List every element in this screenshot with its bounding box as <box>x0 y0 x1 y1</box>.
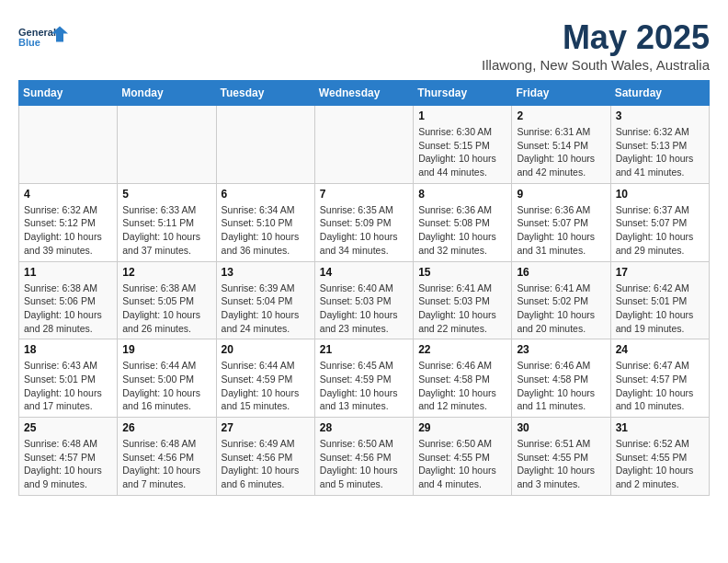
day-info: Sunrise: 6:50 AMSunset: 4:55 PMDaylight:… <box>418 437 506 491</box>
calendar-cell: 16Sunrise: 6:41 AMSunset: 5:02 PMDayligh… <box>512 261 610 339</box>
day-info: Sunrise: 6:52 AMSunset: 4:55 PMDaylight:… <box>616 437 704 491</box>
calendar-cell: 9Sunrise: 6:36 AMSunset: 5:07 PMDaylight… <box>512 183 610 261</box>
day-info: Sunrise: 6:37 AMSunset: 5:07 PMDaylight:… <box>616 203 704 258</box>
day-number: 19 <box>122 343 210 356</box>
day-number: 12 <box>122 266 210 279</box>
day-number: 8 <box>418 188 506 201</box>
day-info: Sunrise: 6:32 AMSunset: 5:12 PMDaylight:… <box>24 203 112 258</box>
day-info: Sunrise: 6:47 AMSunset: 4:57 PMDaylight:… <box>616 359 704 413</box>
day-info: Sunrise: 6:46 AMSunset: 4:58 PMDaylight:… <box>418 359 506 413</box>
day-header-friday: Friday <box>512 81 610 106</box>
day-info: Sunrise: 6:48 AMSunset: 4:57 PMDaylight:… <box>24 437 112 491</box>
calendar-cell: 17Sunrise: 6:42 AMSunset: 5:01 PMDayligh… <box>610 261 709 339</box>
calendar-week-row: 18Sunrise: 6:43 AMSunset: 5:01 PMDayligh… <box>19 339 710 418</box>
calendar-cell: 22Sunrise: 6:46 AMSunset: 4:58 PMDayligh… <box>414 339 512 418</box>
day-number: 29 <box>418 421 506 434</box>
day-header-saturday: Saturday <box>610 81 709 106</box>
calendar-cell: 8Sunrise: 6:36 AMSunset: 5:08 PMDaylight… <box>414 183 512 261</box>
logo-svg: General Blue <box>18 18 69 55</box>
calendar-cell: 28Sunrise: 6:50 AMSunset: 4:56 PMDayligh… <box>314 418 413 496</box>
calendar-cell: 26Sunrise: 6:48 AMSunset: 4:56 PMDayligh… <box>118 418 216 496</box>
day-info: Sunrise: 6:38 AMSunset: 5:05 PMDaylight:… <box>122 282 210 336</box>
header: General Blue May 2025 Illawong, New Sout… <box>18 18 710 73</box>
day-header-sunday: Sunday <box>19 81 118 106</box>
calendar-cell: 14Sunrise: 6:40 AMSunset: 5:03 PMDayligh… <box>314 261 413 339</box>
calendar-cell: 19Sunrise: 6:44 AMSunset: 5:00 PMDayligh… <box>118 339 216 418</box>
calendar-cell: 7Sunrise: 6:35 AMSunset: 5:09 PMDaylight… <box>314 183 413 261</box>
day-header-monday: Monday <box>118 81 216 106</box>
day-number: 10 <box>616 188 704 201</box>
day-header-tuesday: Tuesday <box>216 81 314 106</box>
calendar-cell: 29Sunrise: 6:50 AMSunset: 4:55 PMDayligh… <box>414 418 512 496</box>
day-info: Sunrise: 6:36 AMSunset: 5:07 PMDaylight:… <box>517 203 605 258</box>
day-info: Sunrise: 6:45 AMSunset: 4:59 PMDaylight:… <box>320 359 408 413</box>
calendar-week-row: 11Sunrise: 6:38 AMSunset: 5:06 PMDayligh… <box>19 261 710 339</box>
calendar-cell: 25Sunrise: 6:48 AMSunset: 4:57 PMDayligh… <box>19 418 118 496</box>
calendar-cell: 4Sunrise: 6:32 AMSunset: 5:12 PMDaylight… <box>19 183 118 261</box>
day-number: 6 <box>222 188 310 201</box>
day-info: Sunrise: 6:43 AMSunset: 5:01 PMDaylight:… <box>24 359 112 413</box>
title-area: May 2025 Illawong, New South Wales, Aust… <box>482 18 710 73</box>
day-number: 28 <box>320 421 408 434</box>
calendar-header-row: SundayMondayTuesdayWednesdayThursdayFrid… <box>19 81 710 106</box>
day-number: 25 <box>24 421 112 434</box>
day-info: Sunrise: 6:50 AMSunset: 4:56 PMDaylight:… <box>320 437 408 491</box>
day-info: Sunrise: 6:51 AMSunset: 4:55 PMDaylight:… <box>517 437 605 491</box>
day-info: Sunrise: 6:40 AMSunset: 5:03 PMDaylight:… <box>320 282 408 336</box>
calendar-cell: 27Sunrise: 6:49 AMSunset: 4:56 PMDayligh… <box>216 418 314 496</box>
calendar-cell: 3Sunrise: 6:32 AMSunset: 5:13 PMDaylight… <box>610 106 709 184</box>
day-number: 16 <box>517 266 605 279</box>
calendar-cell: 15Sunrise: 6:41 AMSunset: 5:03 PMDayligh… <box>414 261 512 339</box>
day-info: Sunrise: 6:44 AMSunset: 4:59 PMDaylight:… <box>222 359 310 413</box>
day-number: 17 <box>616 266 704 279</box>
calendar-cell: 6Sunrise: 6:34 AMSunset: 5:10 PMDaylight… <box>216 183 314 261</box>
day-info: Sunrise: 6:49 AMSunset: 4:56 PMDaylight:… <box>222 437 310 491</box>
location-subtitle: Illawong, New South Wales, Australia <box>482 57 710 73</box>
logo: General Blue <box>18 18 69 55</box>
day-number: 24 <box>616 343 704 356</box>
svg-text:Blue: Blue <box>18 37 40 48</box>
day-number: 15 <box>418 266 506 279</box>
calendar-week-row: 1Sunrise: 6:30 AMSunset: 5:15 PMDaylight… <box>19 106 710 184</box>
day-number: 11 <box>24 266 112 279</box>
calendar-cell: 5Sunrise: 6:33 AMSunset: 5:11 PMDaylight… <box>118 183 216 261</box>
calendar-cell: 31Sunrise: 6:52 AMSunset: 4:55 PMDayligh… <box>610 418 709 496</box>
calendar-cell: 12Sunrise: 6:38 AMSunset: 5:05 PMDayligh… <box>118 261 216 339</box>
day-header-thursday: Thursday <box>414 81 512 106</box>
day-info: Sunrise: 6:30 AMSunset: 5:15 PMDaylight:… <box>418 125 506 179</box>
day-info: Sunrise: 6:34 AMSunset: 5:10 PMDaylight:… <box>222 203 310 258</box>
day-info: Sunrise: 6:48 AMSunset: 4:56 PMDaylight:… <box>122 437 210 491</box>
calendar-cell: 30Sunrise: 6:51 AMSunset: 4:55 PMDayligh… <box>512 418 610 496</box>
day-number: 30 <box>517 421 605 434</box>
day-number: 23 <box>517 343 605 356</box>
calendar-cell: 18Sunrise: 6:43 AMSunset: 5:01 PMDayligh… <box>19 339 118 418</box>
day-info: Sunrise: 6:31 AMSunset: 5:14 PMDaylight:… <box>517 125 605 179</box>
day-info: Sunrise: 6:33 AMSunset: 5:11 PMDaylight:… <box>122 203 210 258</box>
day-number: 26 <box>122 421 210 434</box>
calendar-week-row: 4Sunrise: 6:32 AMSunset: 5:12 PMDaylight… <box>19 183 710 261</box>
calendar-cell: 21Sunrise: 6:45 AMSunset: 4:59 PMDayligh… <box>314 339 413 418</box>
calendar-cell <box>19 106 118 184</box>
calendar-week-row: 25Sunrise: 6:48 AMSunset: 4:57 PMDayligh… <box>19 418 710 496</box>
day-number: 31 <box>616 421 704 434</box>
calendar-cell: 23Sunrise: 6:46 AMSunset: 4:58 PMDayligh… <box>512 339 610 418</box>
calendar-cell: 2Sunrise: 6:31 AMSunset: 5:14 PMDaylight… <box>512 106 610 184</box>
day-number: 3 <box>616 109 704 122</box>
calendar-cell: 24Sunrise: 6:47 AMSunset: 4:57 PMDayligh… <box>610 339 709 418</box>
day-number: 4 <box>24 188 112 201</box>
day-number: 21 <box>320 343 408 356</box>
month-title: May 2025 <box>482 18 710 57</box>
calendar-cell <box>118 106 216 184</box>
day-info: Sunrise: 6:41 AMSunset: 5:02 PMDaylight:… <box>517 282 605 336</box>
day-info: Sunrise: 6:44 AMSunset: 5:00 PMDaylight:… <box>122 359 210 413</box>
svg-text:General: General <box>18 27 56 38</box>
calendar-table: SundayMondayTuesdayWednesdayThursdayFrid… <box>18 80 710 496</box>
day-info: Sunrise: 6:41 AMSunset: 5:03 PMDaylight:… <box>418 282 506 336</box>
day-info: Sunrise: 6:42 AMSunset: 5:01 PMDaylight:… <box>616 282 704 336</box>
day-number: 22 <box>418 343 506 356</box>
calendar-cell: 1Sunrise: 6:30 AMSunset: 5:15 PMDaylight… <box>414 106 512 184</box>
calendar-cell: 10Sunrise: 6:37 AMSunset: 5:07 PMDayligh… <box>610 183 709 261</box>
day-number: 18 <box>24 343 112 356</box>
day-number: 27 <box>222 421 310 434</box>
day-header-wednesday: Wednesday <box>314 81 413 106</box>
